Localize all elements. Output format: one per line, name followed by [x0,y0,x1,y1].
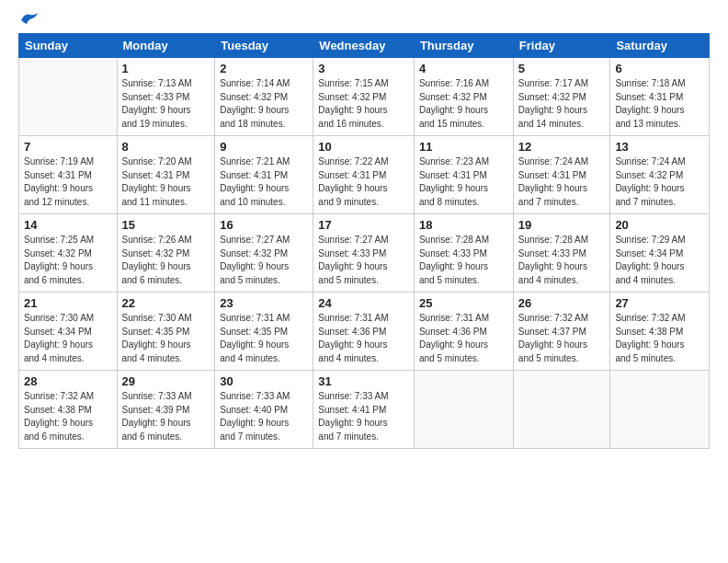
day-info: Sunrise: 7:27 AM Sunset: 4:32 PM Dayligh… [220,234,308,287]
day-info: Sunrise: 7:23 AM Sunset: 4:31 PM Dayligh… [419,155,508,209]
col-header-saturday: Saturday [610,34,710,58]
calendar-cell: 23Sunrise: 7:31 AM Sunset: 4:35 PM Dayli… [215,293,313,371]
col-header-thursday: Thursday [414,34,513,58]
day-number: 22 [122,296,210,310]
day-number: 14 [24,218,112,232]
col-header-sunday: Sunday [19,34,118,58]
day-info: Sunrise: 7:16 AM Sunset: 4:32 PM Dayligh… [419,77,508,131]
calendar-cell: 1Sunrise: 7:13 AM Sunset: 4:33 PM Daylig… [117,58,215,136]
day-info: Sunrise: 7:33 AM Sunset: 4:39 PM Dayligh… [122,390,210,443]
calendar-cell: 30Sunrise: 7:33 AM Sunset: 4:40 PM Dayli… [215,371,313,449]
calendar-cell: 3Sunrise: 7:15 AM Sunset: 4:32 PM Daylig… [313,58,415,136]
day-info: Sunrise: 7:18 AM Sunset: 4:31 PM Dayligh… [615,77,704,131]
day-number: 26 [518,296,606,310]
day-number: 25 [419,296,508,310]
day-info: Sunrise: 7:30 AM Sunset: 4:35 PM Dayligh… [122,312,210,365]
day-number: 16 [220,218,308,232]
day-info: Sunrise: 7:31 AM Sunset: 4:36 PM Dayligh… [419,312,508,365]
day-info: Sunrise: 7:32 AM Sunset: 4:38 PM Dayligh… [615,312,704,365]
day-number: 19 [518,218,606,232]
col-header-wednesday: Wednesday [313,34,415,58]
day-number: 27 [615,296,704,310]
day-number: 13 [615,140,704,154]
calendar-cell: 12Sunrise: 7:24 AM Sunset: 4:31 PM Dayli… [513,136,610,214]
page: SundayMondayTuesdayWednesdayThursdayFrid… [0,0,728,563]
calendar-table: SundayMondayTuesdayWednesdayThursdayFrid… [18,33,710,449]
calendar-cell: 7Sunrise: 7:19 AM Sunset: 4:31 PM Daylig… [19,136,118,214]
day-number: 18 [419,218,508,232]
day-info: Sunrise: 7:26 AM Sunset: 4:32 PM Dayligh… [122,234,210,287]
day-info: Sunrise: 7:19 AM Sunset: 4:31 PM Dayligh… [24,155,112,209]
calendar-cell: 8Sunrise: 7:20 AM Sunset: 4:31 PM Daylig… [117,136,215,214]
header [18,15,710,24]
day-number: 29 [122,374,210,388]
day-info: Sunrise: 7:22 AM Sunset: 4:31 PM Dayligh… [318,155,409,209]
day-info: Sunrise: 7:14 AM Sunset: 4:32 PM Dayligh… [220,77,308,131]
day-info: Sunrise: 7:31 AM Sunset: 4:36 PM Dayligh… [318,312,409,365]
calendar-cell: 16Sunrise: 7:27 AM Sunset: 4:32 PM Dayli… [215,214,313,293]
logo [18,15,40,24]
calendar-cell: 29Sunrise: 7:33 AM Sunset: 4:39 PM Dayli… [117,371,215,449]
calendar-cell [19,58,118,136]
calendar-cell: 5Sunrise: 7:17 AM Sunset: 4:32 PM Daylig… [513,58,610,136]
day-number: 2 [220,62,308,75]
day-info: Sunrise: 7:15 AM Sunset: 4:32 PM Dayligh… [318,77,409,131]
day-number: 20 [615,218,704,232]
col-header-tuesday: Tuesday [215,34,313,58]
day-info: Sunrise: 7:17 AM Sunset: 4:32 PM Dayligh… [518,77,606,131]
calendar-cell [513,371,610,449]
day-info: Sunrise: 7:30 AM Sunset: 4:34 PM Dayligh… [24,312,112,365]
day-number: 12 [518,140,606,154]
day-number: 17 [318,218,409,232]
calendar-cell: 6Sunrise: 7:18 AM Sunset: 4:31 PM Daylig… [610,58,710,136]
day-number: 15 [122,218,210,232]
calendar-cell: 28Sunrise: 7:32 AM Sunset: 4:38 PM Dayli… [19,371,118,449]
day-number: 24 [318,296,409,310]
day-info: Sunrise: 7:27 AM Sunset: 4:33 PM Dayligh… [318,234,409,287]
calendar-cell: 25Sunrise: 7:31 AM Sunset: 4:36 PM Dayli… [414,293,513,371]
day-number: 31 [318,374,409,388]
day-info: Sunrise: 7:13 AM Sunset: 4:33 PM Dayligh… [122,77,210,131]
calendar-cell [414,371,513,449]
calendar-cell: 11Sunrise: 7:23 AM Sunset: 4:31 PM Dayli… [414,136,513,214]
day-info: Sunrise: 7:32 AM Sunset: 4:38 PM Dayligh… [24,390,112,443]
calendar-cell: 10Sunrise: 7:22 AM Sunset: 4:31 PM Dayli… [313,136,415,214]
day-number: 5 [518,62,606,75]
day-info: Sunrise: 7:21 AM Sunset: 4:31 PM Dayligh… [220,155,308,209]
day-number: 28 [24,374,112,388]
day-info: Sunrise: 7:31 AM Sunset: 4:35 PM Dayligh… [220,312,308,365]
calendar-cell: 17Sunrise: 7:27 AM Sunset: 4:33 PM Dayli… [313,214,415,293]
day-info: Sunrise: 7:33 AM Sunset: 4:40 PM Dayligh… [220,390,308,443]
week-row-1: 1Sunrise: 7:13 AM Sunset: 4:33 PM Daylig… [19,58,710,136]
week-row-5: 28Sunrise: 7:32 AM Sunset: 4:38 PM Dayli… [19,371,710,449]
day-number: 23 [220,296,308,310]
calendar-cell: 2Sunrise: 7:14 AM Sunset: 4:32 PM Daylig… [215,58,313,136]
calendar-cell: 13Sunrise: 7:24 AM Sunset: 4:32 PM Dayli… [610,136,710,214]
calendar-cell: 19Sunrise: 7:28 AM Sunset: 4:33 PM Dayli… [513,214,610,293]
day-info: Sunrise: 7:25 AM Sunset: 4:32 PM Dayligh… [24,234,112,287]
day-number: 30 [220,374,308,388]
day-number: 11 [419,140,508,154]
day-number: 21 [24,296,112,310]
day-number: 8 [122,140,210,154]
calendar-cell: 15Sunrise: 7:26 AM Sunset: 4:32 PM Dayli… [117,214,215,293]
week-row-3: 14Sunrise: 7:25 AM Sunset: 4:32 PM Dayli… [19,214,710,293]
calendar-cell: 18Sunrise: 7:28 AM Sunset: 4:33 PM Dayli… [414,214,513,293]
calendar-cell: 26Sunrise: 7:32 AM Sunset: 4:37 PM Dayli… [513,293,610,371]
calendar-cell: 9Sunrise: 7:21 AM Sunset: 4:31 PM Daylig… [215,136,313,214]
week-row-4: 21Sunrise: 7:30 AM Sunset: 4:34 PM Dayli… [19,293,710,371]
day-number: 7 [24,140,112,154]
calendar-cell: 4Sunrise: 7:16 AM Sunset: 4:32 PM Daylig… [414,58,513,136]
calendar-cell: 14Sunrise: 7:25 AM Sunset: 4:32 PM Dayli… [19,214,118,293]
calendar-cell: 24Sunrise: 7:31 AM Sunset: 4:36 PM Dayli… [313,293,415,371]
col-header-friday: Friday [513,34,610,58]
calendar-cell: 22Sunrise: 7:30 AM Sunset: 4:35 PM Dayli… [117,293,215,371]
header-row: SundayMondayTuesdayWednesdayThursdayFrid… [19,34,710,58]
day-number: 1 [122,62,210,75]
day-number: 3 [318,62,409,75]
calendar-cell [610,371,710,449]
calendar-cell: 27Sunrise: 7:32 AM Sunset: 4:38 PM Dayli… [610,293,710,371]
day-info: Sunrise: 7:20 AM Sunset: 4:31 PM Dayligh… [122,155,210,209]
day-number: 9 [220,140,308,154]
calendar-cell: 21Sunrise: 7:30 AM Sunset: 4:34 PM Dayli… [19,293,118,371]
